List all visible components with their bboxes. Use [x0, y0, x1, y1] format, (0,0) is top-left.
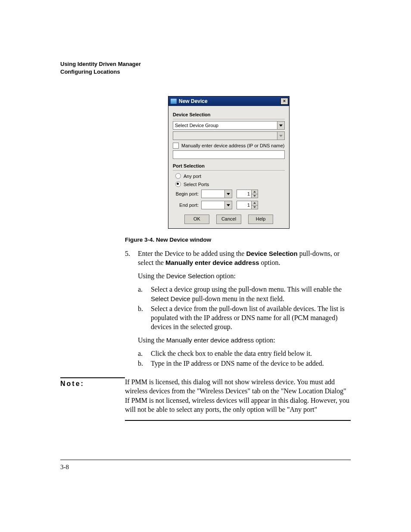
select-ports-radio[interactable]	[175, 181, 181, 187]
note-label: Note:	[60, 377, 125, 388]
begin-port-spinner[interactable]: 1	[237, 190, 258, 198]
any-port-radio[interactable]	[175, 173, 181, 179]
manual-address-label: Manually enter device address (IP or DNS…	[181, 143, 284, 148]
manual-address-input[interactable]	[173, 150, 285, 159]
port-selection-legend: Port Selection	[173, 163, 285, 168]
end-port-spinner[interactable]: 1	[237, 201, 258, 209]
page-number: 3-8	[60, 464, 351, 471]
dialog-title: New Device	[179, 98, 280, 104]
spinner-up-icon[interactable]	[252, 190, 258, 194]
spinner-up-icon[interactable]	[252, 201, 258, 205]
chevron-down-icon	[277, 121, 284, 129]
spinner-down-icon[interactable]	[252, 205, 258, 209]
begin-port-label: Begin port:	[173, 191, 199, 196]
step-number: 5.	[125, 249, 138, 370]
chevron-down-icon	[224, 201, 232, 209]
begin-port-combo[interactable]	[201, 190, 232, 198]
device-selection-legend: Device Selection	[173, 112, 285, 117]
running-head: Using Identity Driven Manager Configurin…	[60, 60, 351, 75]
end-port-label: End port:	[173, 202, 199, 208]
spinner-down-icon[interactable]	[252, 194, 258, 198]
new-device-dialog: New Device × Device Selection Select Dev…	[168, 96, 290, 229]
running-head-line2: Configuring Locations	[60, 68, 351, 76]
app-icon	[170, 98, 177, 104]
cancel-button[interactable]: Cancel	[216, 215, 241, 224]
select-ports-label: Select Ports	[184, 182, 209, 187]
help-button[interactable]: Help	[248, 215, 273, 224]
note-body: If PMM is licensed, this dialog will not…	[125, 378, 349, 413]
end-port-combo[interactable]	[201, 201, 232, 209]
dialog-titlebar: New Device ×	[168, 96, 289, 106]
select-device-group-combo[interactable]: Select Device Group	[173, 121, 285, 130]
figure-dialog: New Device × Device Selection Select Dev…	[168, 96, 351, 229]
any-port-label: Any port	[184, 174, 201, 179]
ok-button[interactable]: OK	[184, 215, 209, 224]
chevron-down-icon	[277, 132, 284, 140]
select-device-combo[interactable]	[173, 131, 285, 140]
chevron-down-icon	[224, 190, 232, 198]
note-block: Note: If PMM is licensed, this dialog wi…	[60, 377, 351, 420]
begin-port-value: 1	[237, 190, 251, 198]
select-device-group-value: Select Device Group	[173, 121, 277, 129]
figure-caption: Figure 3-4. New Device window	[125, 236, 351, 243]
running-head-line1: Using Identity Driven Manager	[60, 60, 351, 68]
manual-address-checkbox[interactable]	[173, 143, 179, 149]
body-text: 5. Enter the Device to be added using th…	[125, 249, 351, 370]
end-port-value: 1	[237, 201, 251, 209]
close-icon[interactable]: ×	[280, 98, 288, 105]
